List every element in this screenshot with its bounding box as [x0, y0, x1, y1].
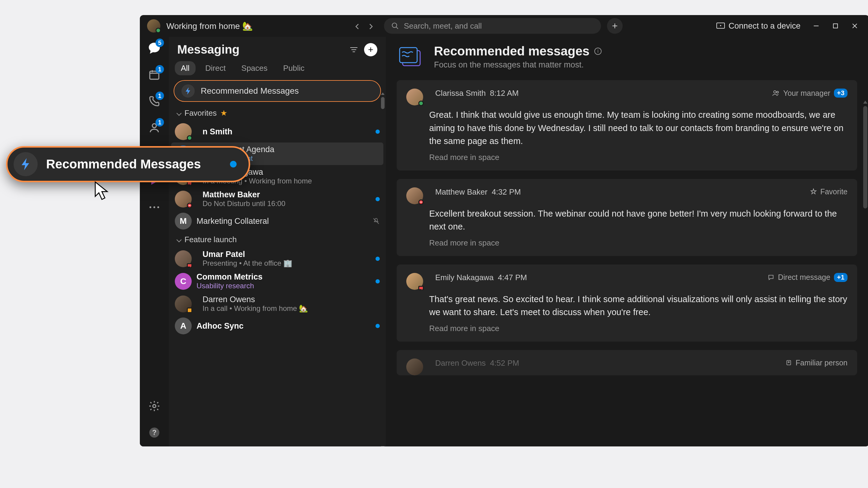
svg-point-17 — [777, 91, 778, 93]
app-window: Working from home 🏡 Search, meet, and ca… — [140, 15, 868, 447]
panel-scrollbar[interactable] — [381, 97, 384, 444]
mute-icon — [373, 218, 380, 225]
calls-badge: 1 — [156, 92, 164, 100]
card-author: Matthew Baker — [435, 187, 487, 197]
presence-camera-icon — [187, 263, 192, 267]
titlebar: Working from home 🏡 Search, meet, and ca… — [140, 15, 868, 37]
tab-public[interactable]: Public — [277, 61, 311, 75]
card-body: Great. I think that would give us enough… — [429, 108, 847, 148]
presence-active-icon — [156, 28, 161, 33]
scrollbar-thumb[interactable] — [863, 106, 867, 208]
message-card[interactable]: Darren Owens 4:52 PM Familiar person — [397, 350, 857, 375]
content-scrollbar[interactable] — [863, 106, 867, 444]
cursor-icon — [93, 181, 112, 202]
tab-all[interactable]: All — [175, 61, 195, 75]
chat-item-darren[interactable]: Darren Owens In a call • Working from ho… — [169, 293, 386, 315]
unread-indicator — [375, 197, 380, 201]
search-placeholder: Search, meet, and call — [404, 22, 482, 31]
avatar: C — [175, 273, 192, 290]
chat-item-umar[interactable]: Umar Patel Presenting • At the office 🏢 — [169, 247, 386, 270]
unread-indicator — [230, 161, 237, 167]
nav-calendar[interactable]: 1 — [147, 67, 162, 83]
recommended-messages-pill[interactable]: Recommended Messages — [174, 80, 381, 102]
tab-direct[interactable]: Direct — [199, 61, 232, 75]
avatar — [175, 191, 192, 207]
person-icon — [785, 359, 792, 366]
nav-help[interactable]: ? — [147, 425, 162, 441]
new-action-button[interactable] — [607, 18, 623, 34]
chat-badge: 5 — [156, 38, 164, 47]
svg-point-2 — [720, 25, 721, 26]
nav-forward-button[interactable] — [367, 23, 373, 29]
avatar — [406, 187, 423, 204]
chevron-down-icon — [177, 237, 182, 242]
section-feature-launch[interactable]: Feature launch — [169, 232, 386, 247]
chat-item-marketing[interactable]: M Marketing Collateral — [169, 210, 386, 232]
messaging-tabs: All Direct Spaces Public — [169, 59, 386, 80]
svg-rect-3 — [833, 24, 838, 28]
messaging-title: Messaging — [177, 43, 347, 56]
ellipsis-icon — [149, 206, 160, 209]
content-title: Recommended messages — [434, 44, 590, 59]
nav-more[interactable] — [147, 199, 162, 215]
nav-calls[interactable]: 1 — [147, 93, 162, 109]
lightning-icon — [181, 84, 195, 98]
read-more-link[interactable]: Read more in space — [429, 324, 847, 333]
user-status-text[interactable]: Working from home 🏡 — [166, 21, 253, 31]
avatar: A — [175, 318, 192, 334]
avatar — [175, 295, 192, 313]
device-icon — [716, 23, 725, 29]
svg-point-8 — [150, 206, 151, 208]
tag-badge: +1 — [834, 273, 847, 282]
user-avatar[interactable] — [147, 19, 160, 33]
section-favorites[interactable]: Favorites ★ — [169, 105, 386, 121]
message-card[interactable]: Emily Nakagawa 4:47 PM Direct message +1… — [397, 264, 857, 341]
content-area: Recommended messages i Focus on the mess… — [386, 37, 868, 447]
chat-item-matthew[interactable]: Matthew Baker Do Not Disturb until 16:00 — [169, 188, 386, 210]
unread-indicator — [375, 279, 380, 284]
maximize-button[interactable] — [832, 22, 839, 30]
chat-item-clarissa[interactable]: n Smith — [169, 121, 386, 142]
chat-item-adhoc[interactable]: A Adhoc Sync — [169, 315, 386, 337]
card-time: 4:52 PM — [490, 358, 519, 368]
avatar — [406, 273, 423, 290]
read-more-link[interactable]: Read more in space — [429, 153, 847, 162]
avatar: M — [175, 213, 192, 230]
compose-button[interactable]: + — [364, 43, 377, 56]
card-time: 8:12 AM — [490, 89, 519, 98]
svg-point-19 — [788, 361, 789, 363]
help-icon: ? — [148, 427, 160, 438]
presence-active-icon — [418, 101, 424, 106]
chat-item-common-metrics[interactable]: C Common Metrics Usability research — [169, 270, 386, 293]
star-icon — [810, 188, 817, 195]
svg-point-16 — [774, 91, 776, 93]
nav-settings[interactable] — [147, 398, 162, 414]
presence-dnd-icon — [187, 203, 192, 208]
calendar-badge: 1 — [156, 65, 164, 73]
close-button[interactable] — [851, 22, 858, 30]
svg-text:?: ? — [152, 429, 156, 436]
message-card[interactable]: Clarissa Smith 8:12 AM Your manager +3 G… — [397, 80, 857, 170]
nav-chat[interactable]: 5 — [147, 40, 162, 56]
card-body: That's great news. So excited to hear. I… — [429, 293, 847, 319]
presence-dnd-icon — [418, 199, 424, 205]
nav-contacts[interactable]: 1 — [147, 120, 162, 135]
nav-back-button[interactable] — [354, 23, 360, 29]
minimize-button[interactable] — [812, 22, 820, 30]
recommended-messages-callout[interactable]: Recommended Messages — [6, 146, 250, 182]
message-card[interactable]: Matthew Baker 4:32 PM Favorite Excellent… — [397, 179, 857, 256]
filter-button[interactable] — [347, 43, 361, 56]
read-more-link[interactable]: Read more in space — [429, 238, 847, 248]
tab-spaces[interactable]: Spaces — [236, 61, 274, 75]
connect-device-button[interactable]: Connect to a device — [716, 22, 801, 31]
avatar — [175, 123, 192, 140]
svg-point-0 — [392, 23, 397, 27]
avatar — [406, 89, 423, 105]
nav-rail: 5 1 1 1 — [140, 37, 169, 447]
contacts-badge: 1 — [156, 118, 164, 127]
search-input[interactable]: Search, meet, and call — [384, 18, 601, 34]
scrollbar-thumb[interactable] — [381, 97, 384, 109]
unread-indicator — [375, 257, 380, 261]
info-icon[interactable]: i — [594, 47, 601, 55]
avatar — [175, 250, 192, 267]
